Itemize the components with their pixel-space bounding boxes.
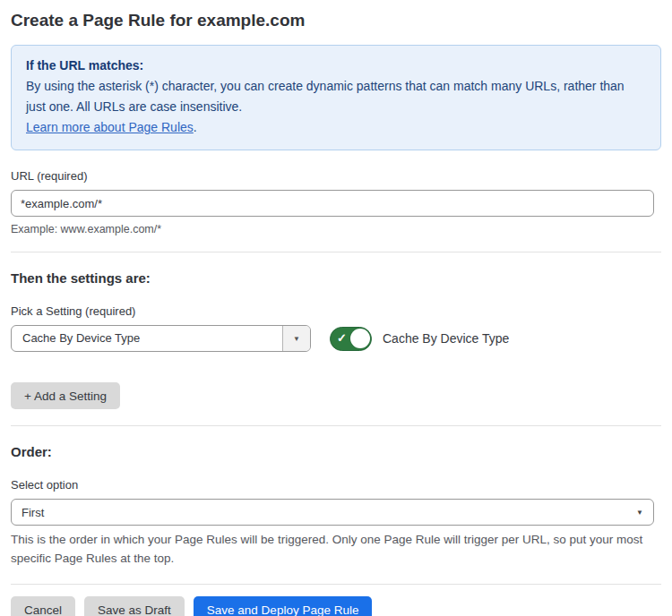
url-label: URL (required) [11,169,661,183]
select-option-label: Select option [11,478,661,492]
save-as-draft-button[interactable]: Save as Draft [84,596,185,616]
toggle-label: Cache By Device Type [383,331,509,346]
section-divider [11,252,661,252]
info-box-heading: If the URL matches: [26,56,646,76]
order-description: This is the order in which your Page Rul… [11,530,654,568]
order-select-value: First [22,506,44,519]
url-example-text: Example: www.example.com/* [11,223,661,235]
url-match-info-box: If the URL matches: By using the asteris… [11,45,661,150]
pick-setting-label: Pick a Setting (required) [11,304,661,318]
chevron-down-icon: ▼ [636,509,643,517]
toggle-knob [350,329,370,348]
info-box-link-line: Learn more about Page Rules. [26,117,646,138]
url-input[interactable] [11,190,654,217]
save-and-deploy-button[interactable]: Save and Deploy Page Rule [194,596,373,616]
info-box-body: By using the asterisk (*) character, you… [26,76,646,117]
chevron-down-icon[interactable]: ▼ [282,326,310,351]
page-title: Create a Page Rule for example.com [11,11,661,30]
setting-select[interactable]: Cache By Device Type ▼ [11,325,311,352]
create-page-rule-form: Create a Page Rule for example.com If th… [0,0,672,616]
order-section-heading: Order: [11,444,661,459]
learn-more-link[interactable]: Learn more about Page Rules [26,120,194,134]
add-setting-button[interactable]: + Add a Setting [11,382,120,409]
setting-select-value: Cache By Device Type [12,326,282,351]
section-divider [11,425,661,426]
check-icon: ✓ [337,332,347,344]
section-divider [11,584,661,585]
footer-button-row: Cancel Save as Draft Save and Deploy Pag… [11,596,661,616]
order-select[interactable]: First ▼ [11,499,654,526]
cache-by-device-type-toggle[interactable]: ✓ [330,327,372,351]
link-period: . [194,120,197,134]
setting-row: Cache By Device Type ▼ ✓ Cache By Device… [11,325,661,352]
settings-section-heading: Then the settings are: [11,270,661,286]
cancel-button[interactable]: Cancel [11,596,75,616]
